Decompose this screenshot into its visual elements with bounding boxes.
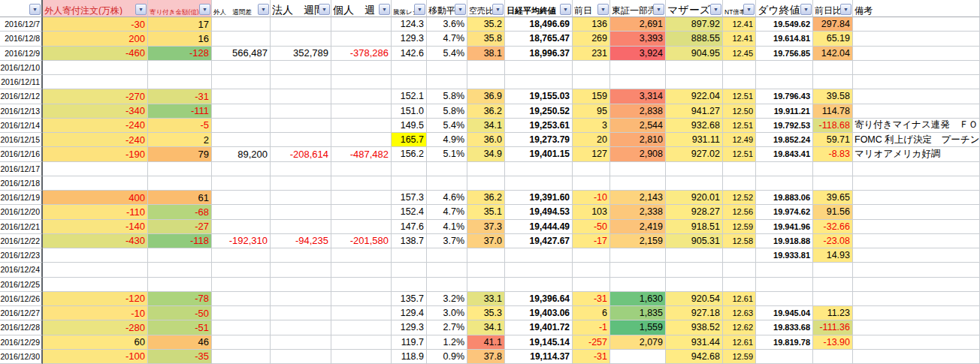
cell-ad[interactable]: 129.3 xyxy=(392,32,427,46)
cell-dp[interactable] xyxy=(813,176,853,191)
filter-dropdown-icon[interactable]: ▼ xyxy=(840,4,851,15)
cell-np[interactable] xyxy=(573,75,610,89)
cell-fo[interactable] xyxy=(43,176,148,191)
cell-sr[interactable]: 36.2 xyxy=(467,191,505,205)
cell-ma[interactable]: 3.7% xyxy=(427,234,467,248)
cell-oa[interactable]: -50 xyxy=(148,306,212,320)
cell-nt[interactable]: 12.62 xyxy=(723,320,756,335)
date-cell[interactable]: 2016/12/17 xyxy=(0,162,43,176)
cell-mo[interactable] xyxy=(666,162,723,176)
date-cell[interactable]: 2016/12/27 xyxy=(0,306,43,320)
cell-oa[interactable]: -35 xyxy=(148,350,212,364)
date-cell[interactable]: 2016/12/20 xyxy=(0,205,43,219)
cell-nt[interactable]: 12.56 xyxy=(723,205,756,219)
cell-note[interactable] xyxy=(853,162,980,176)
cell-nt[interactable] xyxy=(723,162,756,176)
cell-dw[interactable] xyxy=(756,162,813,176)
cell-fo[interactable]: -10 xyxy=(43,306,148,320)
cell-note[interactable] xyxy=(853,234,980,248)
filter-dropdown-icon[interactable]: ▼ xyxy=(492,4,504,15)
cell-dw[interactable]: 19.945.04 xyxy=(756,306,813,320)
cell-nk[interactable]: 19,391.60 xyxy=(505,191,573,205)
cell-cw[interactable] xyxy=(271,61,331,75)
cell-oa[interactable] xyxy=(148,278,212,292)
cell-fw[interactable] xyxy=(212,320,271,335)
cell-ad[interactable] xyxy=(392,248,427,263)
cell-nt[interactable]: 12.45 xyxy=(723,47,756,61)
cell-dw[interactable] xyxy=(756,61,813,75)
cell-cw[interactable]: -208,614 xyxy=(271,147,331,161)
cell-oa[interactable] xyxy=(148,75,212,89)
cell-sr[interactable]: 35.2 xyxy=(467,17,505,32)
cell-mo[interactable] xyxy=(666,61,723,75)
cell-dw[interactable]: 19.852.24 xyxy=(756,133,813,147)
cell-dp[interactable]: -8.83 xyxy=(813,147,853,161)
cell-ts[interactable]: 1,559 xyxy=(610,320,666,335)
cell-ad[interactable]: 142.6 xyxy=(392,47,427,61)
cell-ad[interactable]: 124.3 xyxy=(392,17,427,32)
cell-cw[interactable] xyxy=(271,292,331,306)
cell-note[interactable] xyxy=(853,17,980,32)
cell-nt[interactable]: 12.41 xyxy=(723,32,756,46)
cell-dp[interactable]: 65.19 xyxy=(813,32,853,46)
date-cell[interactable]: 2016/12/24 xyxy=(0,263,43,277)
cell-fo[interactable]: -280 xyxy=(43,320,148,335)
filter-dropdown-icon[interactable]: ▼ xyxy=(379,4,390,15)
cell-ad[interactable]: 118.9 xyxy=(392,350,427,364)
date-cell[interactable]: 2016/12/9 xyxy=(0,47,43,61)
cell-oa[interactable] xyxy=(148,162,212,176)
cell-sr[interactable]: 37.8 xyxy=(467,350,505,364)
cell-nk[interactable]: 19,250.52 xyxy=(505,104,573,119)
cell-mo[interactable] xyxy=(666,263,723,277)
cell-oa[interactable]: -68 xyxy=(148,205,212,219)
cell-iw[interactable] xyxy=(331,205,392,219)
cell-fo[interactable]: -340 xyxy=(43,104,148,119)
cell-dp[interactable]: -111.36 xyxy=(813,320,853,335)
cell-ma[interactable] xyxy=(427,75,467,89)
cell-dp[interactable] xyxy=(813,61,853,75)
cell-cw[interactable] xyxy=(271,263,331,277)
cell-iw[interactable] xyxy=(331,191,392,205)
filter-dropdown-icon[interactable]: ▼ xyxy=(319,4,330,15)
cell-dw[interactable] xyxy=(756,350,813,364)
cell-fo[interactable]: -120 xyxy=(43,292,148,306)
cell-mo[interactable]: 905.31 xyxy=(666,234,723,248)
cell-ma[interactable]: 5.4% xyxy=(427,119,467,133)
cell-iw[interactable] xyxy=(331,32,392,46)
cell-iw[interactable] xyxy=(331,17,392,32)
cell-dp[interactable] xyxy=(813,278,853,292)
cell-fo[interactable]: -240 xyxy=(43,133,148,147)
cell-ma[interactable]: 4.7% xyxy=(427,205,467,219)
cell-fo[interactable]: 400 xyxy=(43,191,148,205)
cell-nk[interactable] xyxy=(505,263,573,277)
cell-sr[interactable]: 35.1 xyxy=(467,205,505,219)
cell-mo[interactable]: 927.18 xyxy=(666,306,723,320)
cell-note[interactable] xyxy=(853,104,980,119)
cell-fo[interactable]: -270 xyxy=(43,89,148,104)
cell-fo[interactable]: -140 xyxy=(43,220,148,234)
cell-dp[interactable]: 11.23 xyxy=(813,306,853,320)
cell-mo[interactable]: 888.55 xyxy=(666,32,723,46)
cell-ts[interactable] xyxy=(610,75,666,89)
cell-nk[interactable] xyxy=(505,61,573,75)
cell-cw[interactable] xyxy=(271,119,331,133)
cell-fo[interactable] xyxy=(43,278,148,292)
cell-ts[interactable]: 2,338 xyxy=(610,205,666,219)
cell-ma[interactable] xyxy=(427,263,467,277)
cell-fw[interactable] xyxy=(212,248,271,263)
cell-fw[interactable] xyxy=(212,104,271,119)
cell-iw[interactable] xyxy=(331,133,392,147)
cell-mo[interactable]: 932.68 xyxy=(666,119,723,133)
cell-fw[interactable] xyxy=(212,263,271,277)
cell-ts[interactable] xyxy=(610,248,666,263)
date-cell[interactable]: 2016/12/14 xyxy=(0,119,43,133)
cell-oa[interactable]: -27 xyxy=(148,220,212,234)
cell-dp[interactable] xyxy=(813,162,853,176)
cell-dw[interactable]: 19.756.85 xyxy=(756,47,813,61)
cell-cw[interactable] xyxy=(271,220,331,234)
date-cell[interactable]: 2016/12/30 xyxy=(0,350,43,364)
cell-mo[interactable]: 931.44 xyxy=(666,335,723,350)
cell-ts[interactable]: 3,314 xyxy=(610,89,666,104)
cell-oa[interactable]: 46 xyxy=(148,335,212,350)
cell-note[interactable] xyxy=(853,61,980,75)
